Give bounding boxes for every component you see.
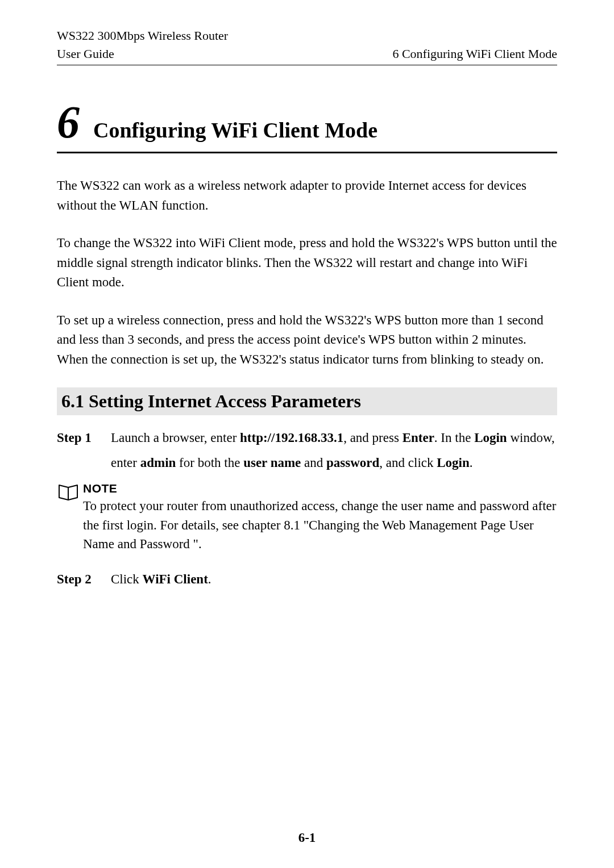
step-1-label: Step 1 xyxy=(57,425,111,475)
step1-username: user name xyxy=(243,456,301,470)
note-text: To protect your router from unauthorized… xyxy=(83,496,557,553)
step1-password: password xyxy=(326,456,379,470)
note-content: NOTE To protect your router from unautho… xyxy=(83,482,557,553)
paragraph-3: To set up a wireless connection, press a… xyxy=(57,311,557,370)
page-number: 6-1 xyxy=(0,831,614,845)
note-block: NOTE To protect your router from unautho… xyxy=(57,482,557,553)
step1-seg2: , and press xyxy=(343,431,402,445)
header-row: User Guide 6 Configuring WiFi Client Mod… xyxy=(57,47,557,65)
paragraph-2: To change the WS322 into WiFi Client mod… xyxy=(57,233,557,293)
step1-admin: admin xyxy=(140,456,176,470)
book-icon xyxy=(57,483,80,503)
step-2-body: Click WiFi Client. xyxy=(111,567,557,592)
step-1-body: Launch a browser, enter http://192.168.3… xyxy=(111,425,557,475)
chapter-title: Configuring WiFi Client Mode xyxy=(93,118,377,143)
header-right: 6 Configuring WiFi Client Mode xyxy=(392,47,557,61)
step2-seg2: . xyxy=(208,572,211,586)
chapter-number: 6 xyxy=(57,99,80,145)
step-1: Step 1 Launch a browser, enter http://19… xyxy=(57,425,557,475)
chapter-heading: 6 Configuring WiFi Client Mode xyxy=(57,99,557,153)
section-heading-6-1: 6.1 Setting Internet Access Parameters xyxy=(57,387,557,415)
header-product: WS322 300Mbps Wireless Router xyxy=(57,28,557,43)
step-2: Step 2 Click WiFi Client. xyxy=(57,567,557,592)
step1-enter: Enter xyxy=(403,431,434,445)
step2-wifi-client: WiFi Client xyxy=(143,572,208,586)
step1-login2: Login xyxy=(437,456,470,470)
step1-seg5: for both the xyxy=(176,456,243,470)
step1-seg7: , and click xyxy=(379,456,437,470)
step-2-label: Step 2 xyxy=(57,567,111,592)
step1-seg8: . xyxy=(470,456,473,470)
step2-seg1: Click xyxy=(111,572,143,586)
header-left: User Guide xyxy=(57,47,114,61)
step1-seg3: . In the xyxy=(434,431,474,445)
note-label: NOTE xyxy=(83,482,557,495)
step1-seg6: and xyxy=(301,456,326,470)
step1-login1: Login xyxy=(474,431,507,445)
paragraph-1: The WS322 can work as a wireless network… xyxy=(57,176,557,215)
step1-url: http://192.168.33.1 xyxy=(240,431,343,445)
step1-seg1: Launch a browser, enter xyxy=(111,431,240,445)
